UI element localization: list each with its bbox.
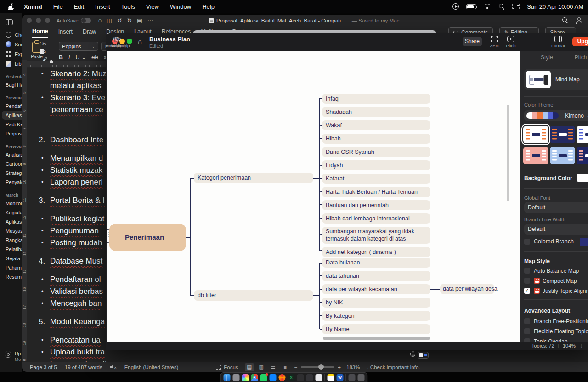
menubar-item[interactable]: View: [146, 3, 159, 10]
mindmap-canvas[interactable]: Penerimaan Kategori penerimaan db filter: [107, 51, 520, 342]
dock-icon[interactable]: [260, 374, 267, 381]
dock-icon[interactable]: [270, 374, 277, 381]
word-count[interactable]: 19 of 487 words: [65, 365, 102, 370]
language-indicator[interactable]: English (United States): [124, 365, 179, 370]
menubar-clock[interactable]: Sun 20 Apr 10.00 AM: [527, 3, 583, 10]
theme-thumbnail[interactable]: [523, 126, 548, 143]
sidebar-chat-item[interactable]: Pendafta: [0, 101, 22, 111]
subtopic-node[interactable]: Add net kategori ( dinamis ): [322, 247, 430, 257]
background-color-swatch[interactable]: [577, 174, 588, 182]
microphone-icon[interactable]: [410, 351, 414, 359]
minimize-button[interactable]: [36, 18, 41, 23]
sidebar-nav-item[interactable]: Sor: [0, 39, 22, 49]
sidebar-nav-item[interactable]: Cha: [0, 30, 22, 39]
undo-icon[interactable]: ↺: [117, 17, 122, 24]
sidebar-footer[interactable]: Up Mo: [5, 351, 21, 362]
sidebar-chat-item[interactable]: Aplikasi: [0, 217, 22, 226]
share-button[interactable]: Share: [463, 37, 482, 46]
colored-branch-swatch[interactable]: [580, 238, 588, 246]
advanced-layout-option[interactable]: Branch Free-Positioning: [520, 317, 588, 327]
menubar-item[interactable]: Insert: [95, 3, 110, 10]
global-font-select[interactable]: Default: [524, 202, 588, 213]
dock-icon[interactable]: [224, 374, 231, 381]
dock-icon[interactable]: [251, 374, 258, 381]
option-checkbox[interactable]: [524, 268, 530, 274]
font-name-select[interactable]: Poppins⌄: [59, 42, 98, 51]
view-button[interactable]: ≡: [281, 363, 290, 371]
sidebar-chat-item[interactable]: Proposa: [0, 129, 22, 138]
format-button[interactable]: B: [59, 54, 63, 61]
sidebar-nav-item[interactable]: Lib: [0, 59, 22, 68]
sidebar-chat-item[interactable]: Rangkai: [0, 236, 22, 245]
cut-button[interactable]: ✂: [42, 41, 47, 47]
more-icon[interactable]: ⋯: [147, 17, 153, 24]
subtopic-node[interactable]: Fidyah: [322, 160, 430, 170]
home-icon[interactable]: ⌂: [98, 17, 102, 24]
horizontal-ruler[interactable]: [27, 61, 106, 67]
sidebar-chat-item[interactable]: Cartoon: [0, 159, 22, 169]
subtopic-node[interactable]: Harta Tidak Bertuan / Harta Temuan: [322, 187, 430, 197]
theme-thumbnail[interactable]: [523, 147, 548, 164]
horizontal-scrollbar[interactable]: [323, 337, 430, 340]
dock-icon[interactable]: [328, 374, 334, 381]
theme-thumbnail[interactable]: [577, 147, 588, 164]
map-style-option[interactable]: Justify Topic Alignment: [520, 287, 588, 297]
sidebar-chat-item[interactable]: Kegiatan: [0, 208, 22, 217]
subtopic-node[interactable]: Shadaqah: [322, 107, 430, 117]
subtopic-node[interactable]: data tahunan: [322, 271, 430, 281]
zoom-in-button[interactable]: +: [338, 365, 341, 370]
panel-tab[interactable]: Style: [541, 54, 553, 65]
subtopic-node[interactable]: By Name: [322, 324, 430, 334]
option-checkbox[interactable]: [524, 278, 530, 284]
xmind-tool[interactable]: + ⌄ Insert: [106, 35, 129, 48]
theme-thumbnail[interactable]: [577, 126, 588, 143]
close-button[interactable]: [27, 18, 32, 23]
sidebar-chat-item[interactable]: Gejala: [0, 254, 22, 263]
panel-tab[interactable]: Pitch: [575, 54, 587, 65]
spotlight-search-icon[interactable]: [498, 3, 505, 10]
view-button[interactable]: ▥: [257, 363, 266, 371]
subtopic-node[interactable]: data per wilayah desa: [440, 284, 494, 294]
format-button[interactable]: U ⌄: [76, 54, 86, 61]
autosave-toggle[interactable]: [81, 18, 91, 23]
ribbon-tab[interactable]: Home: [32, 26, 48, 38]
battery-icon[interactable]: [466, 4, 476, 9]
vertical-scrollbar[interactable]: [507, 105, 509, 201]
dock-icon[interactable]: [306, 374, 313, 381]
advanced-layout-option[interactable]: Flexible Floating Topic: [520, 327, 588, 337]
sidebar-toggle-icon[interactable]: [6, 19, 13, 25]
subtopic-node[interactable]: Sumbangan masyarakat yang tidak termasuk…: [322, 227, 430, 244]
wifi-icon[interactable]: [484, 4, 491, 9]
sidebar-chat-item[interactable]: Penyakit: [0, 178, 22, 187]
root-topic[interactable]: Penerimaan: [109, 224, 186, 251]
print-icon[interactable]: ▤: [137, 17, 142, 24]
home-icon[interactable]: ⌂: [138, 38, 142, 45]
subtopic-node[interactable]: Hibah: [322, 134, 430, 144]
option-checkbox[interactable]: [524, 318, 530, 324]
map-style-option[interactable]: Auto Balance Map: [520, 267, 588, 277]
view-button[interactable]: ▤: [245, 363, 254, 371]
menubar-item[interactable]: Edit: [74, 3, 84, 10]
dock-icon[interactable]: X: [288, 374, 295, 381]
branch-topic[interactable]: Kategori penerimaan: [194, 173, 313, 183]
account-icon[interactable]: [576, 17, 582, 23]
view-button[interactable]: ☰: [269, 363, 278, 371]
zoom-percent[interactable]: 183%: [346, 365, 360, 370]
zoom-out-button[interactable]: −: [294, 365, 298, 370]
subtopic-node[interactable]: Dana CSR Syariah: [322, 147, 430, 157]
theme-thumbnail[interactable]: [550, 126, 575, 143]
upgrade-button[interactable]: Upgrade: [572, 37, 588, 46]
map-style-option[interactable]: Compact Map: [520, 277, 588, 287]
subtopic-node[interactable]: data per wilayah kecamatan: [322, 284, 430, 294]
subtopic-node[interactable]: Infaq: [322, 94, 430, 104]
dock-icon[interactable]: [233, 374, 240, 381]
subtopic-node[interactable]: Kafarat: [322, 174, 430, 184]
menubar-item[interactable]: Window: [170, 3, 191, 10]
subtopic-node[interactable]: by NIK: [322, 298, 430, 308]
option-checkbox[interactable]: [524, 328, 530, 334]
sidebar-chat-item[interactable]: Strategi: [0, 169, 22, 178]
ribbon-tab[interactable]: Insert: [58, 27, 73, 38]
zoom-slider[interactable]: [301, 366, 334, 368]
redo-icon[interactable]: ↻: [127, 17, 132, 24]
word-search-icon[interactable]: [562, 17, 568, 23]
